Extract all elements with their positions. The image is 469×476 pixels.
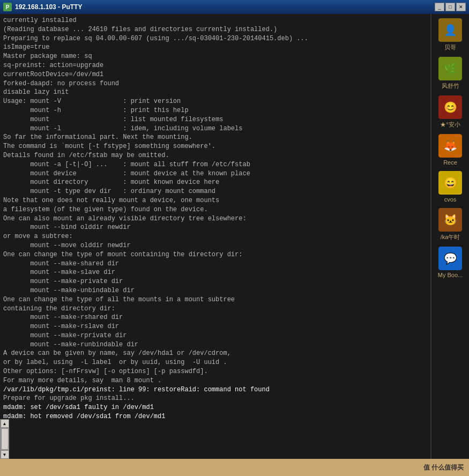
avatar-emoji-2: 😊: [438, 95, 462, 119]
terminal-line: /var/lib/dpkg/tmp.ci/preinst: line 99: r…: [3, 385, 427, 395]
avatar-emoji-3: 🦊: [438, 134, 462, 158]
terminal-line: mount -t type dev dir : ordinary mount c…: [3, 187, 427, 196]
terminal-line: isImage=true: [3, 43, 427, 52]
bottom-bar: 值 什么值得买: [0, 459, 469, 476]
scrollbar[interactable]: ▲ ▼: [0, 419, 9, 459]
terminal-line: Prepare for upgrade pkg install...: [3, 394, 427, 403]
putty-icon: P: [3, 3, 12, 11]
terminal-line: mount --make-private dir: [3, 277, 427, 286]
terminal-line: or by label, using -L label or by uuid, …: [3, 358, 427, 367]
terminal-line: Other options: [-nfFrsvw] [-o options] […: [3, 367, 427, 376]
sidebar-label-6: My Boo...: [433, 272, 467, 278]
terminal-line: containing the directory dir:: [3, 304, 427, 314]
sidebar-avatar-3: 🦊: [438, 134, 462, 158]
sidebar-avatar-0: 👤: [438, 18, 462, 42]
terminal-line: Details found in /etc/fstab may be omitt…: [3, 151, 427, 160]
terminal-line: disable lazy init: [3, 88, 427, 97]
terminal-wrapper: currently installed(Reading database ...…: [0, 14, 430, 459]
terminal-line: mount --make-slave dir: [3, 268, 427, 277]
title-bar-left: P 192.168.1.103 - PuTTY: [3, 3, 82, 11]
sidebar-label-0: 贝哥: [433, 43, 467, 51]
sidebar-label-3: Rece: [433, 159, 467, 166]
terminal-line: mount --make-runbindable dir: [3, 340, 427, 349]
terminal-line: mount --make-rshared dir: [3, 313, 427, 322]
sidebar-item-0[interactable]: 👤贝哥: [433, 18, 467, 51]
terminal-line: Note that one does not really mount a de…: [3, 196, 427, 205]
terminal-line: mdadm: hot removed /dev/sda1 from /dev/m…: [3, 412, 427, 419]
sidebar-avatar-6: 💬: [438, 247, 462, 270]
sidebar-avatar-1: 🌿: [438, 57, 462, 80]
terminal-line: or move a subtree:: [3, 232, 427, 241]
avatar-emoji-6: 💬: [438, 247, 462, 270]
avatar-emoji-1: 🌿: [438, 57, 462, 80]
terminal-line: Usage: mount -V : print version: [3, 97, 427, 106]
terminal-line: sq-preinst: action=upgrade: [3, 61, 427, 70]
main-container: currently installed(Reading database ...…: [0, 14, 469, 459]
scroll-down-button[interactable]: ▼: [1, 450, 9, 459]
terminal-line: mount -l : idem, including volume labels: [3, 124, 427, 133]
sidebar-avatar-5: 🐱: [438, 208, 462, 232]
avatar-emoji-0: 👤: [438, 18, 462, 42]
terminal-line: mount --make-shared dir: [3, 259, 427, 269]
terminal-line: mount directory : mount known device her…: [3, 178, 427, 187]
terminal-line: a filesystem (of the given type) found o…: [3, 205, 427, 214]
terminal-line: For many more details, say man 8 mount .: [3, 376, 427, 385]
terminal-line: A device can be given by name, say /dev/…: [3, 349, 427, 358]
sidebar-item-2[interactable]: 😊★°安小: [433, 95, 467, 129]
terminal-line: forked-daapd: no process found: [3, 79, 427, 88]
bottom-text: 值 什么值得买: [423, 463, 464, 472]
sidebar-label-5: /ka午时: [433, 233, 467, 241]
terminal-line: currentRootDevice=/dev/md1: [3, 70, 427, 79]
terminal-line: (Reading database ... 24610 files and di…: [3, 25, 427, 34]
terminal-line: mount device : mount device at the known…: [3, 169, 427, 178]
terminal-line: mount --make-rprivate dir: [3, 331, 427, 340]
terminal-line: mount --make-unbindable dir: [3, 286, 427, 295]
maximize-button[interactable]: □: [445, 3, 455, 11]
terminal-line: One can also mount an already visible di…: [3, 214, 427, 224]
terminal-line: mount --bind olddir newdir: [3, 223, 427, 232]
terminal-line: The command is `mount [-t fstype] someth…: [3, 142, 427, 151]
sidebar-avatar-4: 😄: [438, 171, 462, 195]
sidebar-avatar-2: 😊: [438, 95, 462, 119]
terminal-line: mdadm: set /dev/sda1 faulty in /dev/md1: [3, 403, 427, 412]
sidebar-label-4: cvos: [433, 196, 467, 203]
window-title: 192.168.1.103 - PuTTY: [15, 3, 82, 11]
terminal-line: currently installed: [3, 16, 427, 25]
terminal-line: mount : list mounted filesystems: [3, 115, 427, 124]
terminal-line: mount --make-rslave dir: [3, 322, 427, 331]
sidebar-item-3[interactable]: 🦊Rece: [433, 134, 467, 166]
terminal-line: Master package name: sq: [3, 52, 427, 61]
sidebar-item-5[interactable]: 🐱/ka午时: [433, 208, 467, 241]
terminal-output[interactable]: currently installed(Reading database ...…: [0, 14, 430, 419]
terminal-line: mount -h : print this help: [3, 106, 427, 115]
sidebar: 👤贝哥🌿风舒竹😊★°安小🦊Rece😄cvos🐱/ka午时💬My Boo...: [430, 14, 469, 459]
sidebar-label-1: 风舒竹: [433, 82, 467, 90]
avatar-emoji-4: 😄: [438, 171, 462, 195]
sidebar-item-4[interactable]: 😄cvos: [433, 171, 467, 203]
terminal-line: mount --move olddir newdir: [3, 241, 427, 250]
terminal-line: One can change the type of mount contain…: [3, 250, 427, 259]
terminal-line: mount -a [-t|-O] ... : mount all stuff f…: [3, 160, 427, 169]
close-button[interactable]: ✕: [456, 3, 466, 11]
terminal-line: So far the informational part. Next the …: [3, 133, 427, 142]
window-controls: _ □ ✕: [435, 3, 466, 11]
title-bar: P 192.168.1.103 - PuTTY _ □ ✕: [0, 0, 469, 14]
sidebar-label-2: ★°安小: [433, 121, 467, 129]
terminal-line: One can change the type of all the mount…: [3, 295, 427, 304]
scroll-up-button[interactable]: ▲: [1, 419, 9, 428]
terminal-line: Preparing to replace sq 04.00.00-607 (us…: [3, 34, 427, 43]
minimize-button[interactable]: _: [435, 3, 444, 11]
scroll-thumb[interactable]: [1, 428, 9, 450]
sidebar-item-1[interactable]: 🌿风舒竹: [433, 57, 467, 90]
scroll-track: [1, 428, 9, 450]
sidebar-item-6[interactable]: 💬My Boo...: [433, 247, 467, 278]
avatar-emoji-5: 🐱: [438, 208, 462, 232]
